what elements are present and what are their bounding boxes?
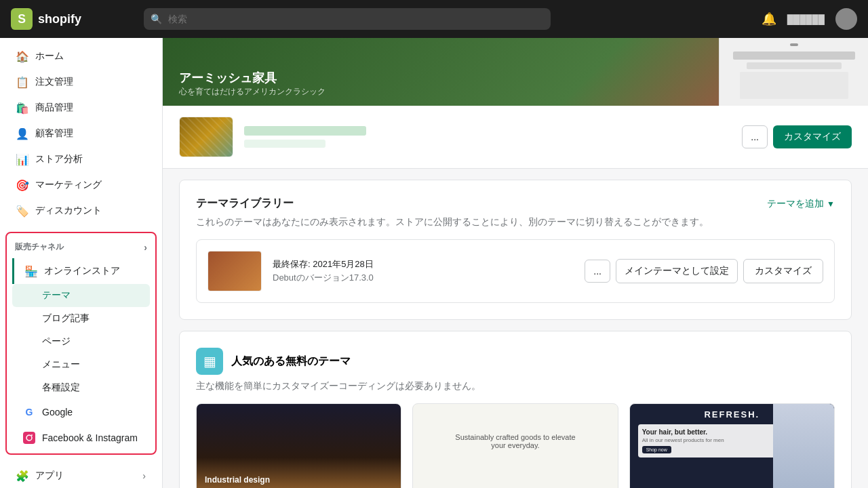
sidebar-item-discounts[interactable]: 🏷️ ディスカウント: [5, 198, 157, 224]
home-icon: 🏠: [16, 50, 28, 62]
sidebar-item-marketing-label: マーケティング: [35, 179, 102, 191]
apps-icon: 🧩: [16, 470, 28, 482]
popular-themes-header: ▦ 人気のある無料のテーマ: [196, 348, 835, 375]
popular-themes-icon-symbol: ▦: [203, 353, 216, 369]
sidebar-sub-item-settings[interactable]: 各種設定: [12, 376, 150, 399]
sidebar-item-apps[interactable]: 🧩 アプリ ›: [5, 463, 157, 488]
store-name: ██████: [787, 14, 825, 24]
sidebar-item-orders-label: 注文管理: [35, 76, 73, 88]
sidebar-item-facebook-instagram-label: Facebook & Instagram: [42, 432, 138, 443]
theme-library-description: これらのテーマはあなたにのみ表示されます。ストアに公開することにより、別のテーマ…: [196, 216, 835, 228]
theme-banner-text: アーミッシュ家具 心を育てはだけるアメリカンクラシック: [179, 70, 326, 98]
theme-card-3-card: Your hair, but better. All in our newest…: [638, 424, 780, 458]
notification-bell-icon[interactable]: 🔔: [762, 12, 776, 26]
products-icon: 🛍️: [16, 102, 28, 114]
sidebar-item-online-store[interactable]: 🏪 オンラインストア: [12, 258, 150, 284]
sidebar-item-customers[interactable]: 👤 顧客管理: [5, 121, 157, 146]
theme-card-3-image: [773, 404, 834, 488]
sidebar-item-home[interactable]: 🏠 ホーム: [5, 43, 157, 69]
svg-text:S: S: [18, 12, 26, 26]
svg-point-4: [31, 434, 33, 436]
sidebar-item-products-label: 商品管理: [35, 102, 73, 114]
main-layout: 🏠 ホーム 📋 注文管理 🛍️ 商品管理 👤 顧客管理 📊 ストア分析 🎯: [0, 38, 868, 488]
library-theme-set-main-button[interactable]: メインテーマとして設定: [616, 259, 738, 283]
sidebar-item-marketing[interactable]: 🎯 マーケティング: [5, 172, 157, 198]
orders-icon: 📋: [16, 76, 28, 88]
themes-grid: Industrial designmeets fashion. Sustaina…: [196, 403, 835, 488]
sidebar-sub-item-pages[interactable]: ページ: [12, 330, 150, 353]
sales-channel-expand-icon[interactable]: ›: [144, 242, 147, 253]
avatar[interactable]: [835, 8, 857, 30]
add-theme-chevron-icon: ▼: [827, 199, 835, 209]
theme-library-title: テーマライブラリー: [196, 197, 294, 211]
theme-card-2-text: Sustainably crafted goods to elevateyour…: [450, 428, 580, 455]
sidebar-item-facebook-instagram[interactable]: Facebook & Instagram: [12, 425, 150, 451]
sidebar-item-home-label: ホーム: [35, 50, 64, 62]
sidebar-sub-item-themes-label: テーマ: [42, 289, 71, 302]
shopify-logo-icon: S: [11, 8, 33, 30]
sidebar-item-products[interactable]: 🛍️ 商品管理: [5, 95, 157, 121]
customers-icon: 👤: [16, 127, 28, 140]
library-theme-more-button[interactable]: ...: [585, 260, 610, 283]
sidebar-item-orders[interactable]: 📋 注文管理: [5, 69, 157, 95]
theme-card-1[interactable]: Industrial designmeets fashion.: [196, 403, 401, 488]
analytics-icon: 📊: [16, 153, 28, 165]
search-input[interactable]: [144, 8, 551, 30]
sidebar-sub-item-blog[interactable]: ブログ記事: [12, 307, 150, 330]
library-theme-item: 最終保存: 2021年5月28日 Debutのバージョン17.3.0 ... メ…: [196, 239, 835, 303]
popular-themes-section: ▦ 人気のある無料のテーマ 主な機能を簡単にカスタマイズーコーディングは必要あり…: [179, 331, 852, 488]
add-theme-link[interactable]: テーマを追加 ▼: [767, 198, 835, 210]
theme-card-2[interactable]: Sustainably crafted goods to elevateyour…: [412, 403, 618, 488]
preview-bar-2: [747, 62, 842, 69]
sidebar-item-analytics[interactable]: 📊 ストア分析: [5, 146, 157, 172]
current-theme-customize-button[interactable]: カスタマイズ: [773, 125, 852, 148]
sidebar: 🏠 ホーム 📋 注文管理 🛍️ 商品管理 👤 顧客管理 📊 ストア分析 🎯: [0, 38, 163, 488]
desktop-preview-panel: [719, 38, 868, 106]
main-content: アーミッシュ家具 心を育てはだけるアメリカンクラシック: [163, 38, 868, 488]
current-theme-thumb: [179, 117, 233, 157]
sidebar-item-google-label: Google: [42, 407, 73, 418]
preview-dots: [790, 43, 798, 46]
shopify-wordmark: shopify: [38, 12, 81, 26]
current-theme-more-button[interactable]: ...: [742, 125, 768, 148]
sidebar-item-online-store-label: オンラインストア: [44, 265, 120, 277]
theme-banner-title: アーミッシュ家具: [179, 70, 326, 86]
search-bar[interactable]: 🔍: [144, 8, 551, 30]
theme-library-section: テーマライブラリー テーマを追加 ▼ これらのテーマはあなたにのみ表示されます。…: [179, 180, 852, 320]
popular-themes-title-group: 人気のある無料のテーマ: [231, 354, 351, 369]
library-theme-customize-button[interactable]: カスタマイズ: [743, 259, 823, 283]
topbar: S shopify 🔍 🔔 ██████: [0, 0, 868, 38]
popular-themes-icon: ▦: [196, 348, 223, 375]
sidebar-sub-item-menu-label: メニュー: [42, 359, 80, 371]
sidebar-item-google[interactable]: G Google: [12, 399, 150, 425]
topbar-right: 🔔 ██████: [762, 8, 857, 30]
add-theme-label: テーマを追加: [767, 198, 824, 210]
svg-rect-2: [23, 432, 35, 444]
sidebar-sub-item-themes[interactable]: テーマ: [12, 284, 150, 307]
discounts-icon: 🏷️: [16, 205, 28, 217]
sidebar-item-customers-label: 顧客管理: [35, 127, 73, 140]
sidebar-item-apps-label: アプリ: [35, 470, 64, 482]
current-theme-row: ... カスタマイズ: [163, 106, 868, 168]
sidebar-sub-item-pages-label: ページ: [42, 336, 71, 348]
theme-card-2-gallery: [509, 460, 522, 487]
google-icon: G: [23, 406, 35, 418]
library-theme-save-date: 最終保存: 2021年5月28日: [273, 258, 574, 270]
current-theme-name-blur: [244, 126, 366, 136]
theme-card-3[interactable]: REFRESH. Your hair, but better. All in o…: [629, 403, 835, 488]
marketing-icon: 🎯: [16, 179, 28, 191]
theme-library-header: テーマライブラリー テーマを追加 ▼: [196, 197, 835, 211]
apps-chevron-icon: ›: [142, 470, 146, 481]
library-theme-thumb: [208, 251, 262, 291]
current-theme-wrapper: アーミッシュ家具 心を育てはだけるアメリカンクラシック: [163, 38, 868, 169]
online-store-icon: 🏪: [25, 265, 37, 277]
preview-content-block: [740, 72, 848, 99]
current-theme-sub-blur: [244, 140, 326, 148]
theme-card-1-text: Industrial designmeets fashion.: [205, 474, 270, 488]
sidebar-sub-item-menu[interactable]: メニュー: [12, 353, 150, 376]
current-theme-name-area: [244, 126, 731, 148]
shopify-logo: S shopify: [11, 8, 133, 30]
theme-banner-subtitle: 心を育てはだけるアメリカンクラシック: [179, 86, 326, 98]
library-theme-info: 最終保存: 2021年5月28日 Debutのバージョン17.3.0: [273, 258, 574, 284]
sales-channel-header: 販売チャネル ›: [7, 236, 155, 258]
